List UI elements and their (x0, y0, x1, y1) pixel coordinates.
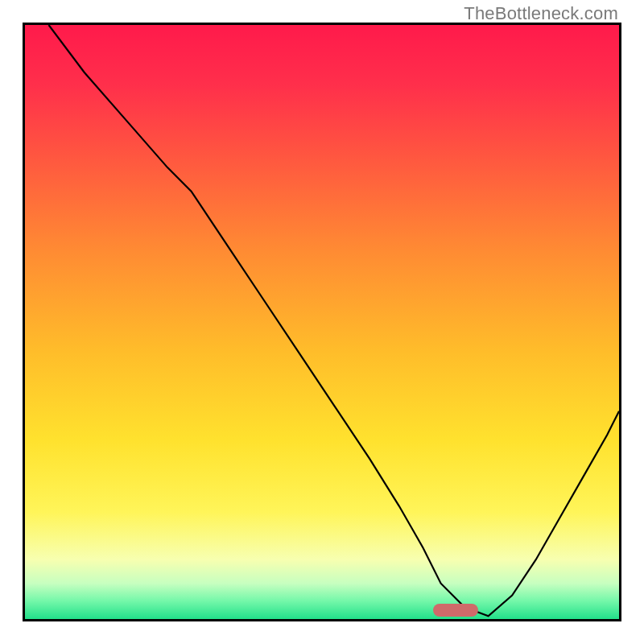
watermark-text: TheBottleneck.com (464, 3, 618, 24)
chart-overlay-svg (25, 25, 619, 619)
bottleneck-curve-path (49, 25, 620, 616)
chart-frame (23, 23, 621, 621)
optimal-range-marker (433, 604, 478, 617)
